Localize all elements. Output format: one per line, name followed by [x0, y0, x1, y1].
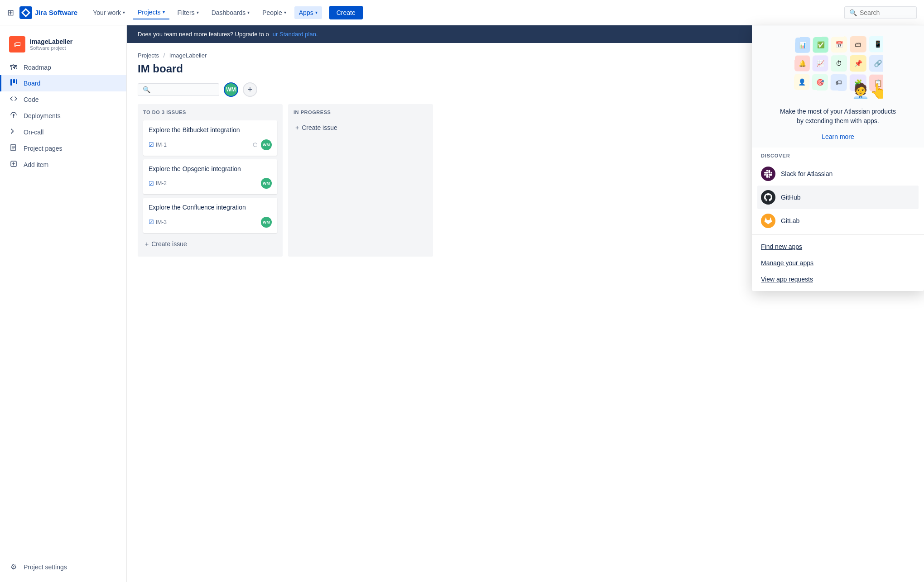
- apps-dropdown: 📊 ✅ 📅 🗃 📱 🔔 📈 ⏱ 📌 🔗 👤 🎯 🏷 🧩 📋 🧑‍💼👆: [752, 25, 924, 291]
- manage-apps-link[interactable]: Manage your apps: [761, 255, 915, 271]
- app-item-gitlab[interactable]: GitLab: [761, 209, 915, 233]
- find-new-apps-link[interactable]: Find new apps: [761, 239, 915, 255]
- app-item-github[interactable]: GitHub: [757, 186, 919, 209]
- discover-label: DISCOVER: [761, 153, 915, 158]
- people-illustration: 🧑‍💼👆: [852, 82, 883, 100]
- learn-more-link[interactable]: Learn more: [822, 133, 854, 140]
- view-app-requests-link[interactable]: View app requests: [761, 271, 915, 287]
- slack-icon: [761, 167, 775, 181]
- apps-tagline: Make the most of your Atlassian products…: [780, 107, 896, 126]
- app-item-slack[interactable]: Slack for Atlassian: [761, 162, 915, 186]
- gitlab-icon: [761, 214, 775, 228]
- apps-actions: Find new apps Manage your apps View app …: [752, 234, 924, 291]
- github-icon: [761, 190, 775, 205]
- apps-illustration: 📊 ✅ 📅 🗃 📱 🔔 📈 ⏱ 📌 🔗 👤 🎯 🏷 🧩 📋 🧑‍💼👆: [752, 25, 924, 148]
- apps-discover-section: DISCOVER Slack for Atlassian GitHub GitL…: [752, 148, 924, 234]
